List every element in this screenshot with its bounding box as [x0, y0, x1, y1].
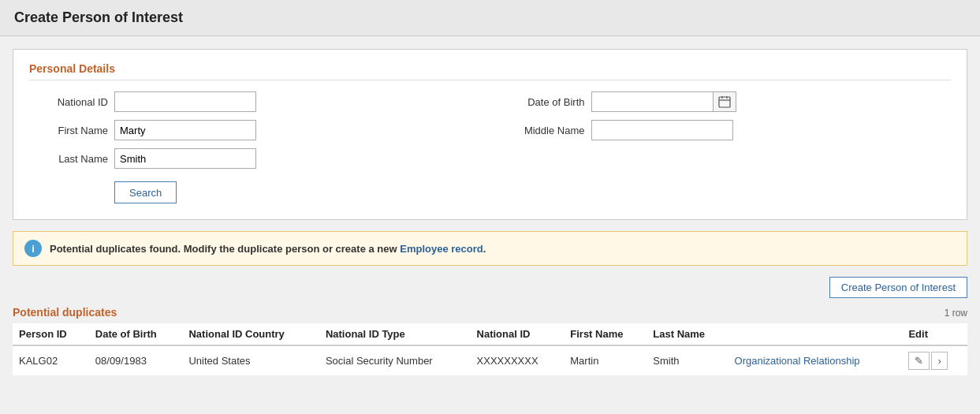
- middle-name-input[interactable]: [591, 120, 733, 140]
- employee-record-link[interactable]: Employee record: [400, 243, 483, 255]
- first-name-col: First Name: [29, 120, 490, 140]
- col-edit: Edit: [902, 323, 967, 345]
- duplicates-header: Potential duplicates 1 row: [13, 306, 967, 319]
- cell-org-link[interactable]: Organizational Relationship: [728, 345, 903, 376]
- table-header-row: Person ID Date of Birth National ID Coun…: [13, 323, 967, 345]
- navigate-arrow-button[interactable]: ›: [931, 352, 947, 370]
- table-row: KALG02 08/09/1983 United States Social S…: [13, 345, 967, 376]
- dob-label: Date of Birth: [490, 96, 585, 108]
- col-link: [728, 323, 903, 345]
- edit-pencil-button[interactable]: ✎: [908, 352, 930, 370]
- duplicates-title: Potential duplicates: [13, 306, 117, 319]
- col-national-id: National ID: [471, 323, 565, 345]
- create-btn-row: Create Person of Interest: [13, 277, 967, 298]
- cell-edit-buttons: ✎ ›: [902, 345, 967, 376]
- create-person-of-interest-button[interactable]: Create Person of Interest: [829, 277, 967, 298]
- national-id-row: National ID Date of Birth: [29, 91, 951, 112]
- dob-col: Date of Birth: [490, 91, 952, 112]
- dob-input[interactable]: [591, 91, 714, 112]
- cell-dob: 08/09/1983: [89, 345, 183, 376]
- search-button[interactable]: Search: [114, 181, 177, 203]
- national-id-input[interactable]: [114, 91, 256, 112]
- personal-details-panel: Personal Details National ID Date of Bir…: [13, 49, 967, 220]
- first-name-row: First Name Middle Name: [29, 120, 951, 140]
- org-relationship-link[interactable]: Organizational Relationship: [735, 355, 860, 367]
- first-name-label: First Name: [29, 125, 108, 136]
- svg-rect-0: [719, 97, 730, 107]
- cell-person-id: KALG02: [13, 345, 89, 376]
- middle-name-label: Middle Name: [490, 125, 585, 136]
- last-name-label: Last Name: [29, 153, 108, 165]
- col-id-type: National ID Type: [319, 323, 471, 345]
- cell-country: United States: [182, 345, 319, 376]
- last-name-row: Last Name: [29, 148, 951, 169]
- search-button-row: Search: [29, 177, 951, 203]
- cell-first-name: Martin: [564, 345, 647, 376]
- col-person-id: Person ID: [13, 323, 89, 345]
- duplicates-table: Person ID Date of Birth National ID Coun…: [13, 323, 967, 376]
- col-dob: Date of Birth: [89, 323, 183, 345]
- row-count: 1 row: [945, 308, 967, 319]
- cell-national-id: XXXXXXXXX: [471, 345, 565, 376]
- page-title: Create Person of Interest: [14, 9, 966, 26]
- calendar-icon-button[interactable]: [713, 91, 736, 112]
- national-id-label: National ID: [29, 96, 108, 108]
- personal-details-title: Personal Details: [29, 62, 951, 80]
- cell-id-type: Social Security Number: [319, 345, 471, 376]
- info-banner: i Potential duplicates found. Modify the…: [13, 231, 967, 266]
- info-icon: i: [24, 240, 42, 257]
- page-header: Create Person of Interest: [0, 0, 980, 36]
- national-id-col: National ID: [29, 91, 490, 112]
- dob-input-wrap: [591, 91, 736, 112]
- first-name-input[interactable]: [114, 120, 256, 140]
- last-name-col: Last Name: [29, 148, 490, 169]
- last-name-input[interactable]: [114, 148, 256, 169]
- middle-name-col: Middle Name: [490, 120, 952, 140]
- cell-last-name: Smith: [647, 345, 728, 376]
- col-country: National ID Country: [182, 323, 319, 345]
- info-banner-text: Potential duplicates found. Modify the d…: [50, 243, 486, 255]
- col-first-name: First Name: [564, 323, 647, 345]
- col-last-name: Last Name: [647, 323, 728, 345]
